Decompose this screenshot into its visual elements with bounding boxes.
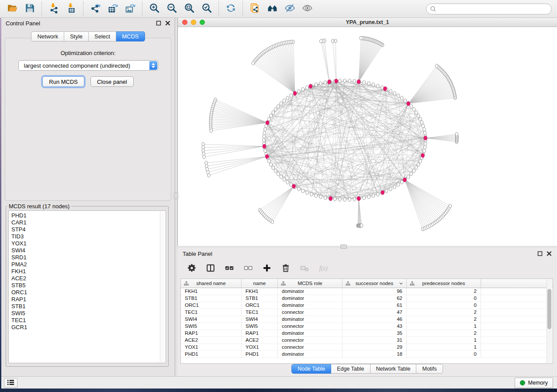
- table-scrollbar[interactable]: [547, 279, 552, 363]
- network-node[interactable]: [274, 169, 277, 172]
- network-leaf-node[interactable]: [332, 39, 334, 43]
- table-cell[interactable]: dominator: [278, 316, 343, 323]
- network-node[interactable]: [417, 114, 420, 117]
- tab-network-table[interactable]: Network Table: [370, 364, 417, 374]
- network-hub-node[interactable]: [329, 196, 332, 201]
- table-row[interactable]: SWI4SWI4dominator462: [181, 316, 553, 323]
- network-node[interactable]: [415, 111, 418, 114]
- network-node[interactable]: [412, 169, 415, 172]
- table-row[interactable]: FKH1FKH1dominator962: [181, 288, 553, 295]
- network-node[interactable]: [404, 99, 406, 103]
- network-leaf-node[interactable]: [334, 39, 337, 43]
- network-edge[interactable]: [267, 123, 354, 199]
- table-cell[interactable]: SWI5: [242, 323, 278, 330]
- mcds-list-scrollbar[interactable]: [160, 211, 165, 362]
- hide-selected-button[interactable]: [281, 0, 298, 17]
- network-node[interactable]: [306, 86, 308, 89]
- column-header-shared-name[interactable]: shared name: [181, 279, 242, 288]
- table-cell[interactable]: 31: [343, 337, 407, 344]
- network-leaf-node[interactable]: [252, 61, 255, 65]
- network-node[interactable]: [389, 89, 392, 93]
- network-node[interactable]: [283, 178, 285, 181]
- network-leaf-node[interactable]: [360, 224, 363, 227]
- table-cell[interactable]: 1: [407, 323, 481, 330]
- table-cell[interactable]: SWI5: [181, 323, 242, 330]
- table-cell[interactable]: RAP1: [181, 330, 242, 337]
- network-node[interactable]: [397, 183, 400, 186]
- network-edge[interactable]: [264, 52, 295, 93]
- network-node[interactable]: [290, 94, 292, 97]
- network-edge[interactable]: [213, 105, 267, 123]
- table-cell[interactable]: 2: [407, 288, 481, 295]
- table-cell[interactable]: connector: [278, 344, 343, 351]
- network-edge[interactable]: [264, 103, 408, 147]
- table-cell[interactable]: 2: [407, 309, 481, 316]
- import-network-button[interactable]: [45, 0, 62, 17]
- network-hub-node[interactable]: [403, 178, 407, 182]
- table-cell[interactable]: 2: [407, 330, 481, 337]
- table-cell[interactable]: SWI4: [242, 316, 278, 323]
- table-cell[interactable]: 62: [343, 295, 407, 302]
- first-neighbors-button[interactable]: [263, 0, 281, 17]
- network-hub-node[interactable]: [421, 153, 425, 158]
- table-cell[interactable]: 0: [407, 302, 481, 309]
- mcds-result-item[interactable]: GCR1: [9, 324, 166, 331]
- network-node[interactable]: [419, 117, 422, 121]
- zoom-fit-button[interactable]: [180, 0, 198, 17]
- network-node[interactable]: [286, 180, 289, 184]
- table-row[interactable]: TEC1TEC1connector472: [181, 309, 553, 316]
- network-node[interactable]: [423, 149, 426, 152]
- network-node[interactable]: [268, 159, 270, 163]
- apply-layout-button[interactable]: [222, 0, 239, 17]
- float-panel-icon[interactable]: [156, 21, 161, 26]
- mcds-result-item[interactable]: PHD1: [9, 212, 166, 219]
- network-node[interactable]: [315, 83, 317, 86]
- tab-motifs[interactable]: Motifs: [416, 364, 443, 374]
- network-edge[interactable]: [211, 115, 267, 123]
- network-node[interactable]: [270, 114, 272, 117]
- network-node[interactable]: [389, 187, 392, 191]
- network-edge[interactable]: [271, 186, 294, 221]
- network-edge[interactable]: [211, 123, 267, 131]
- network-hub-node[interactable]: [357, 79, 360, 84]
- network-node[interactable]: [272, 111, 274, 114]
- zoom-out-button[interactable]: [163, 0, 180, 17]
- network-node[interactable]: [424, 145, 426, 149]
- table-cell[interactable]: FKH1: [181, 288, 242, 295]
- network-node[interactable]: [412, 107, 415, 111]
- network-edge[interactable]: [209, 157, 267, 175]
- network-edge[interactable]: [211, 123, 267, 127]
- close-panel-button[interactable]: Close panel: [90, 76, 134, 87]
- network-node[interactable]: [263, 135, 265, 138]
- network-edge[interactable]: [405, 180, 428, 227]
- network-node[interactable]: [393, 185, 396, 189]
- clone-network-button[interactable]: [246, 0, 263, 17]
- network-edge[interactable]: [213, 107, 267, 123]
- network-node[interactable]: [353, 79, 356, 83]
- network-node[interactable]: [381, 86, 384, 89]
- tab-mcds[interactable]: MCDS: [116, 31, 145, 41]
- table-cell[interactable]: YOX1: [242, 344, 278, 351]
- settings-gear-button[interactable]: [186, 263, 197, 274]
- network-node[interactable]: [424, 142, 427, 145]
- network-edge[interactable]: [262, 186, 294, 213]
- float-table-panel-icon[interactable]: [537, 251, 543, 256]
- network-node[interactable]: [377, 84, 379, 88]
- network-hub-node[interactable]: [309, 84, 312, 89]
- table-cell[interactable]: 0: [407, 351, 481, 358]
- network-hub-node[interactable]: [292, 184, 296, 189]
- tab-select[interactable]: Select: [89, 31, 116, 41]
- table-cell[interactable]: RAP1: [242, 330, 278, 337]
- show-all-button[interactable]: [298, 0, 316, 17]
- task-history-button[interactable]: [4, 378, 17, 388]
- maximize-window-icon[interactable]: [200, 20, 205, 25]
- network-node[interactable]: [401, 96, 403, 100]
- network-node[interactable]: [298, 187, 300, 191]
- mcds-result-item[interactable]: PMA2: [9, 261, 166, 268]
- network-node[interactable]: [283, 99, 285, 103]
- network-edge[interactable]: [215, 100, 267, 123]
- network-node[interactable]: [339, 198, 341, 201]
- table-cell[interactable]: ORC1: [242, 302, 278, 309]
- select-all-button[interactable]: [224, 263, 235, 274]
- open-session-button[interactable]: [3, 0, 21, 17]
